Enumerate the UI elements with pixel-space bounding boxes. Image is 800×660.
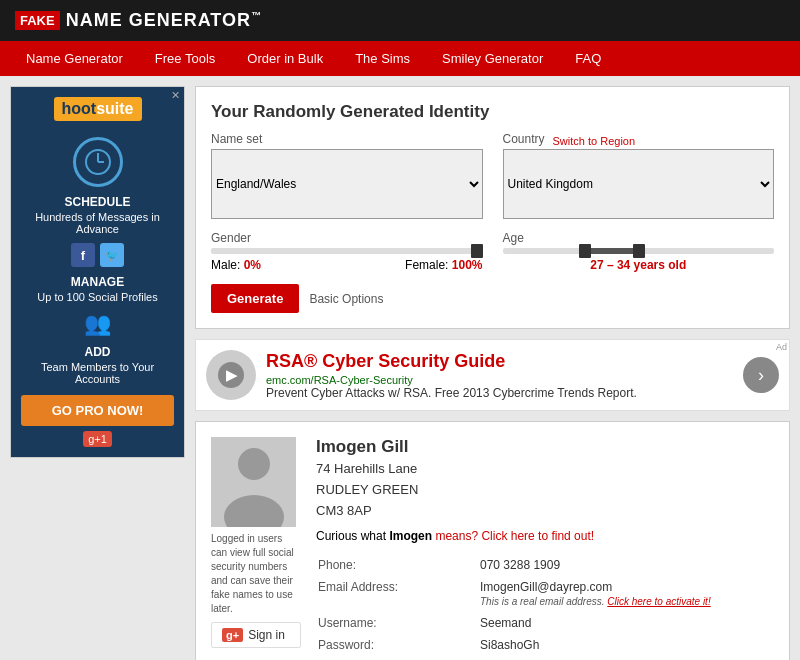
hootsuite-ad: ✕ hootsuite SCHEDULE Hundreds of Message… <box>10 86 185 458</box>
clock-icon <box>73 137 123 187</box>
fake-badge: FAKE <box>15 11 60 30</box>
username-label: Username: <box>318 613 478 633</box>
svg-text:▶: ▶ <box>226 367 238 383</box>
name-set-label: Name set <box>211 132 483 146</box>
country-label: Country <box>503 132 545 146</box>
activate-email-link[interactable]: Click here to activate it! <box>607 596 710 607</box>
person-address: 74 Harehills Lane RUDLEY GREEN CM3 8AP <box>316 459 774 521</box>
ad-label: Ad <box>776 342 787 352</box>
add-section: ADD Team Members to Your Accounts <box>21 345 174 385</box>
age-range: 27 – 34 years old <box>590 258 686 272</box>
country-col: Country Switch to Region Switzerland Tun… <box>503 132 775 219</box>
nav-faq[interactable]: FAQ <box>559 41 617 76</box>
name-meaning-link[interactable]: means? Click here to find out! <box>435 529 594 543</box>
add-desc: Team Members to Your Accounts <box>21 361 174 385</box>
close-icon[interactable]: ✕ <box>171 89 180 102</box>
name-set-select[interactable]: Croatian Czech Danish Dutch England/Wale… <box>211 149 483 219</box>
svg-point-6 <box>224 495 284 527</box>
person-section: Logged in users can view full social sec… <box>211 437 774 660</box>
gender-col: Gender Male: 0% Female: 100% <box>211 231 483 272</box>
age-col: Age 27 – 34 years old <box>503 231 775 272</box>
female-label: Female: 100% <box>405 258 482 272</box>
manage-section: MANAGE Up to 100 Social Profiles <box>21 275 174 303</box>
email-row: Email Address: ImogenGill@dayrep.com Thi… <box>318 577 772 611</box>
age-label: Age <box>503 231 775 245</box>
twitter-icon: 🐦 <box>100 243 124 267</box>
page-content: ✕ hootsuite SCHEDULE Hundreds of Message… <box>0 76 800 660</box>
schedule-title: SCHEDULE <box>21 195 174 209</box>
name-country-row: Name set Croatian Czech Danish Dutch Eng… <box>211 132 774 219</box>
basic-options-link[interactable]: Basic Options <box>309 292 383 306</box>
male-label: Male: 0% <box>211 258 261 272</box>
signin-button[interactable]: g+ Sign in <box>211 622 301 648</box>
email-label: Email Address: <box>318 577 478 611</box>
password-label: Password: <box>318 635 478 655</box>
login-note: Logged in users can view full social sec… <box>211 532 301 616</box>
detail-table: Phone: 070 3288 1909 Email Address: Imog… <box>316 553 774 660</box>
ad-url: emc.com/RSA-Cyber-Security <box>266 374 637 386</box>
username-value: Seemand <box>480 613 772 633</box>
manage-title: MANAGE <box>21 275 174 289</box>
manage-desc: Up to 100 Social Profiles <box>21 291 174 303</box>
ad-banner-icon: ▶ <box>206 350 256 400</box>
schedule-section: SCHEDULE Hundreds of Messages in Advance <box>21 195 174 235</box>
password-row: Password: Si8ashoGh <box>318 635 772 655</box>
gender-slider-handle[interactable] <box>471 244 483 258</box>
nav-free-tools[interactable]: Free Tools <box>139 41 231 76</box>
password-value: Si8ashoGh <box>480 635 772 655</box>
country-select[interactable]: Switzerland Tunisia United Kingdom Unite… <box>503 149 775 219</box>
nav-smiley-generator[interactable]: Smiley Generator <box>426 41 559 76</box>
ad-title: RSA® Cyber Security Guide <box>266 351 637 372</box>
hootsuite-logo: hootsuite <box>54 97 142 121</box>
signin-label: Sign in <box>248 628 285 642</box>
go-pro-button[interactable]: GO PRO NOW! <box>21 395 174 426</box>
main-content: Your Randomly Generated Identity Name se… <box>195 86 790 660</box>
info-col: Imogen Gill 74 Harehills Lane RUDLEY GRE… <box>316 437 774 660</box>
gplus-icon: g+1 <box>83 431 112 447</box>
phone-label: Phone: <box>318 555 478 575</box>
ad-banner-text: RSA® Cyber Security Guide emc.com/RSA-Cy… <box>266 351 637 400</box>
ad-arrow-icon[interactable]: › <box>743 357 779 393</box>
site-header: FAKE NAME GENERATOR™ <box>0 0 800 41</box>
nav-bar: Name Generator Free Tools Order in Bulk … <box>0 41 800 76</box>
gender-age-row: Gender Male: 0% Female: 100% Age <box>211 231 774 272</box>
email-note: This is a real email address. Click here… <box>480 596 711 607</box>
ad-banner: Ad ▶ RSA® Cyber Security Guide emc.com/R… <box>195 339 790 411</box>
sidebar-ad: ✕ hootsuite SCHEDULE Hundreds of Message… <box>10 86 185 660</box>
schedule-desc: Hundreds of Messages in Advance <box>21 211 174 235</box>
gplus-row: g+1 <box>21 431 174 447</box>
ad-desc: Prevent Cyber Attacks w/ RSA. Free 2013 … <box>266 386 637 400</box>
add-title: ADD <box>21 345 174 359</box>
age-min-handle[interactable] <box>579 244 591 258</box>
switch-region-link[interactable]: Switch to Region <box>553 135 636 147</box>
name-set-col: Name set Croatian Czech Danish Dutch Eng… <box>211 132 483 219</box>
username-row: Username: Seemand <box>318 613 772 633</box>
email-value: ImogenGill@dayrep.com This is a real ema… <box>480 577 772 611</box>
avatar-box: Logged in users can view full social sec… <box>211 437 301 660</box>
svg-point-5 <box>238 448 270 480</box>
age-max-handle[interactable] <box>633 244 645 258</box>
nav-order-bulk[interactable]: Order in Bulk <box>231 41 339 76</box>
phone-row: Phone: 070 3288 1909 <box>318 555 772 575</box>
site-title: NAME GENERATOR™ <box>66 10 262 31</box>
facebook-icon: f <box>71 243 95 267</box>
nav-the-sims[interactable]: The Sims <box>339 41 426 76</box>
people-icon: 👥 <box>21 311 174 337</box>
person-name: Imogen Gill <box>316 437 774 457</box>
page-title: Your Randomly Generated Identity <box>211 102 774 122</box>
generate-button[interactable]: Generate <box>211 284 299 313</box>
phone-value: 070 3288 1909 <box>480 555 772 575</box>
curious-line: Curious what Imogen means? Click here to… <box>316 529 774 543</box>
person-info-box: Logged in users can view full social sec… <box>195 421 790 660</box>
identity-box: Your Randomly Generated Identity Name se… <box>195 86 790 329</box>
nav-name-generator[interactable]: Name Generator <box>10 41 139 76</box>
avatar <box>211 437 296 527</box>
gplus-signin-icon: g+ <box>222 628 243 642</box>
gender-label: Gender <box>211 231 483 245</box>
social-icons: f 🐦 <box>21 243 174 267</box>
